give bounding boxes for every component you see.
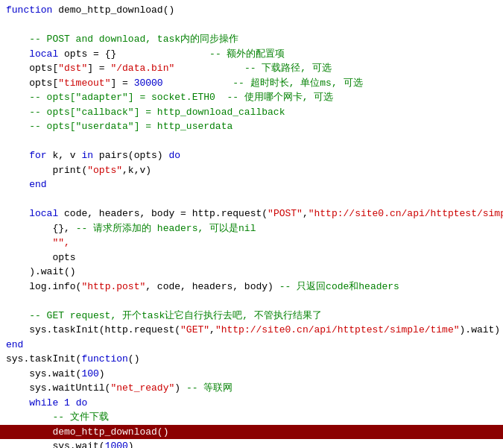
- code-line: -- GET request, 开个task让它自行执行去吧, 不管执行结果了: [0, 309, 503, 324]
- code-line: [0, 18, 503, 33]
- code-line: sys.taskInit(http.request("GET","http://…: [0, 323, 503, 338]
- code-line: for k, v in pairs(opts) do: [0, 148, 503, 163]
- code-line: -- POST and download, task内的同步操作: [0, 32, 503, 47]
- code-line: opts["timeout"] = 30000 -- 超时时长, 单位ms, 可…: [0, 76, 503, 91]
- code-line: -- opts["callback"] = http_download_call…: [0, 105, 503, 120]
- code-line: [0, 192, 503, 207]
- code-line: local opts = {} -- 额外的配置项: [0, 47, 503, 62]
- code-line: sys.taskInit(function(): [0, 352, 503, 367]
- code-line: end: [0, 177, 503, 192]
- code-editor: function demo_http_download() -- POST an…: [0, 0, 503, 448]
- code-line: {}, -- 请求所添加的 headers, 可以是nil: [0, 221, 503, 236]
- code-line: [0, 294, 503, 309]
- code-line: sys.wait(1000): [0, 439, 503, 448]
- code-line: function demo_http_download(): [0, 3, 503, 18]
- code-line: -- opts["userdata"] = http_userdata: [0, 119, 503, 134]
- code-line: ).wait(): [0, 265, 503, 280]
- code-line: -- 文件下载: [0, 410, 503, 425]
- code-line: opts: [0, 250, 503, 265]
- code-line: demo_http_download(): [0, 425, 503, 440]
- code-line: opts["dst"] = "/data.bin" -- 下载路径, 可选: [0, 61, 503, 76]
- code-line: "",: [0, 236, 503, 250]
- code-line: -- opts["adapter"] = socket.ETH0 -- 使用哪个…: [0, 90, 503, 105]
- code-line: [0, 134, 503, 149]
- code-line: sys.waitUntil("net_ready") -- 等联网: [0, 381, 503, 396]
- code-line: sys.wait(100): [0, 367, 503, 382]
- code-line: print("opts",k,v): [0, 163, 503, 178]
- code-line: log.info("http.post", code, headers, bod…: [0, 280, 503, 294]
- code-line: end: [0, 338, 503, 353]
- code-line: local code, headers, body = http.request…: [0, 206, 503, 221]
- code-line: while 1 do: [0, 396, 503, 411]
